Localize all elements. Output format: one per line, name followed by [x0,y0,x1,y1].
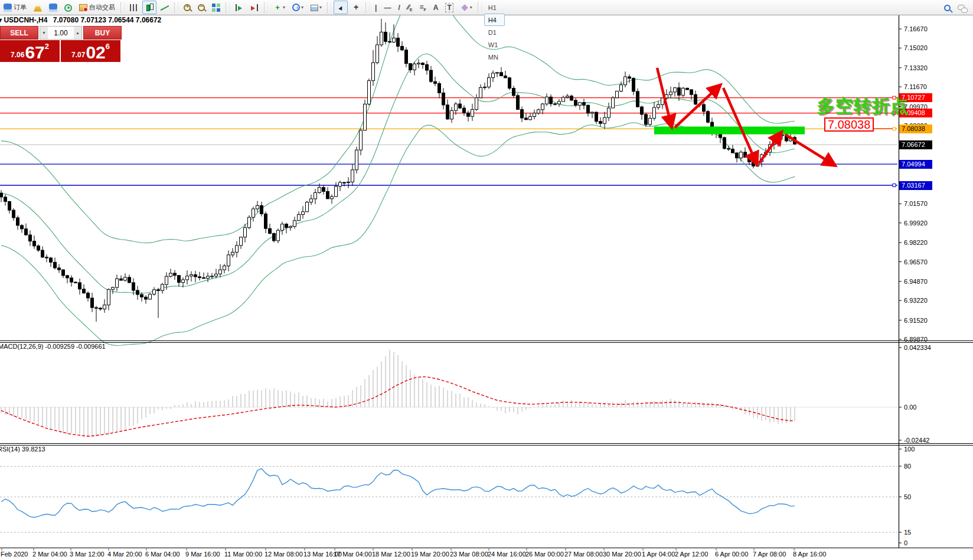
toolbar: 订单 自动交易 +▾ ▾ ▾ ► + | — / ∕∕E ≡F A T ▾ M1… [0,0,973,15]
trend-arrow[interactable] [723,88,756,163]
one-click-trade-panel: SELL ▼ ▲ BUY 7.06 67 2 7.07 02 6 [0,26,122,62]
time-axis-label: 6 Mar 04:00 [145,551,180,558]
timeframe-toolbar: M1M5M15M30H1H4D1W1MN [484,0,505,63]
sell-button[interactable]: SELL [0,26,38,40]
volume-input[interactable] [48,27,74,39]
indicator-axis-label: 15 [904,529,911,536]
time-axis-label: 27 Mar 08:00 [564,551,603,558]
clock-icon [292,4,300,11]
shapes-icon [461,4,468,11]
symbol-title: USDCNH-,H4 [4,16,47,24]
tile-windows-button[interactable] [209,1,223,14]
periods-button[interactable]: ▾ [289,1,306,14]
indicator-axis-label: 0 [904,539,907,546]
candlestick-chart-button[interactable] [142,1,156,14]
buy-price-display[interactable]: 7.07 02 6 [61,40,120,62]
turning-point-annotation[interactable]: 多空转折点 [817,94,909,119]
price-axis-tick-label: 6.96570 [904,258,928,266]
vertical-line-button[interactable]: | [372,1,380,14]
price-callout-label[interactable]: 7.08038 [824,117,874,132]
bar-chart-icon [130,4,138,11]
chart-canvas[interactable]: 7.166707.150207.133207.116707.099707.083… [0,0,973,560]
channel-button[interactable]: ∕∕E [404,1,416,14]
time-axis-label: 1 Apr 04:00 [642,551,675,558]
horizontal-line-button[interactable]: — [381,1,394,14]
trendline-icon: / [398,4,400,12]
time-axis-label: 2 Mar 04:00 [32,551,67,558]
supply-zone-box[interactable] [654,126,805,134]
add-indicator-icon: + [273,4,282,12]
time-axis-label: 24 Mar 16:00 [488,551,526,558]
cursor-button[interactable]: ► [334,1,348,14]
buy-price-prefix: 7.07 [71,49,85,61]
zoom-in-icon [184,4,191,11]
timeframe-h1[interactable]: H1 [484,1,505,14]
time-axis-label: 18 Mar 12:00 [372,551,410,558]
indicator-axis-label: 0.00 [904,404,916,411]
price-axis-tick-label: 7.13320 [904,64,928,71]
crosshair-button[interactable]: + [349,1,363,14]
search-button[interactable] [941,1,954,14]
broadcast-icon [64,4,72,12]
text-label-button[interactable]: T [442,1,456,14]
rsi-line [1,469,795,518]
trend-arrow[interactable] [759,133,781,163]
auto-trading-button[interactable]: 自动交易 [76,1,118,14]
text-button[interactable]: A [430,1,442,14]
volume-increase-button[interactable]: ▲ [74,27,81,39]
chevron-down-icon: ▾ [301,5,303,10]
price-axis-tick-label: 6.98220 [904,239,928,246]
new-order-label: 订单 [14,3,27,12]
market-button[interactable] [46,1,60,14]
time-axis-label: 17 Mar 04:00 [334,551,372,558]
toolbar-separator [478,2,482,13]
fibonacci-button[interactable]: ≡F [416,1,429,14]
trend-arrow[interactable] [657,68,671,126]
trendline-button[interactable]: / [395,1,403,14]
shapes-button[interactable]: ▾ [458,1,475,14]
chat-button[interactable] [955,1,968,14]
price-axis-tick-label: 6.94870 [904,278,928,285]
bollinger-band-line [1,123,795,346]
line-chart-button[interactable] [158,1,172,14]
zoom-out-icon [198,4,205,11]
sell-price-prefix: 7.06 [11,49,24,61]
buy-price-sup: 6 [106,38,110,55]
price-axis-tick-label: 7.11670 [904,83,927,90]
price-level-badge: 7.06672 [899,140,932,149]
time-axis-label: Feb 2020 [1,551,28,558]
macd-indicator-label: MACD(12,26,9) -0.009259 -0.009661 [0,343,106,350]
gold-button[interactable] [31,1,45,14]
time-axis-label: 12 Mar 08:00 [265,551,303,558]
volume-decrease-button[interactable]: ▼ [40,27,48,39]
indicator-axis-label: 80 [904,463,911,470]
one-click-collapse-icon[interactable]: ▾ [0,16,2,24]
buy-button[interactable]: BUY [83,26,122,40]
zoom-in-button[interactable] [181,1,194,14]
zoom-out-button[interactable] [195,1,208,14]
timeframe-mn[interactable]: MN [484,51,505,63]
new-order-button[interactable]: 订单 [1,1,30,14]
templates-button[interactable]: ▾ [308,1,325,14]
broadcast-button[interactable] [61,1,75,14]
crosshair-icon: + [352,4,360,12]
price-axis-tick-label: 7.15020 [904,44,928,51]
timeframe-d1[interactable]: D1 [484,26,505,38]
auto-trading-icon [79,4,87,11]
symbol-info-line: ▾ USDCNH-,H4 7.07080 7.07123 7.06544 7.0… [0,16,161,24]
vertical-line-icon: | [375,4,377,12]
indicators-button[interactable]: +▾ [270,1,288,14]
auto-scroll-button[interactable] [232,1,246,14]
bar-chart-button[interactable] [127,1,141,14]
fibonacci-icon: ≡F [419,3,426,12]
line-end-marker [893,127,896,130]
channel-icon: ∕∕E [407,3,413,12]
timeframe-h4[interactable]: H4 [484,14,505,26]
time-axis-label: 7 Apr 08:00 [753,551,786,558]
chart-shift-button[interactable] [247,1,262,14]
timeframe-w1[interactable]: W1 [484,38,505,51]
text-icon: A [433,4,439,12]
horizontal-line-icon: — [384,4,391,12]
sell-price-display[interactable]: 7.06 67 2 [0,40,60,62]
time-axis-label: 23 Mar 08:00 [450,551,488,558]
